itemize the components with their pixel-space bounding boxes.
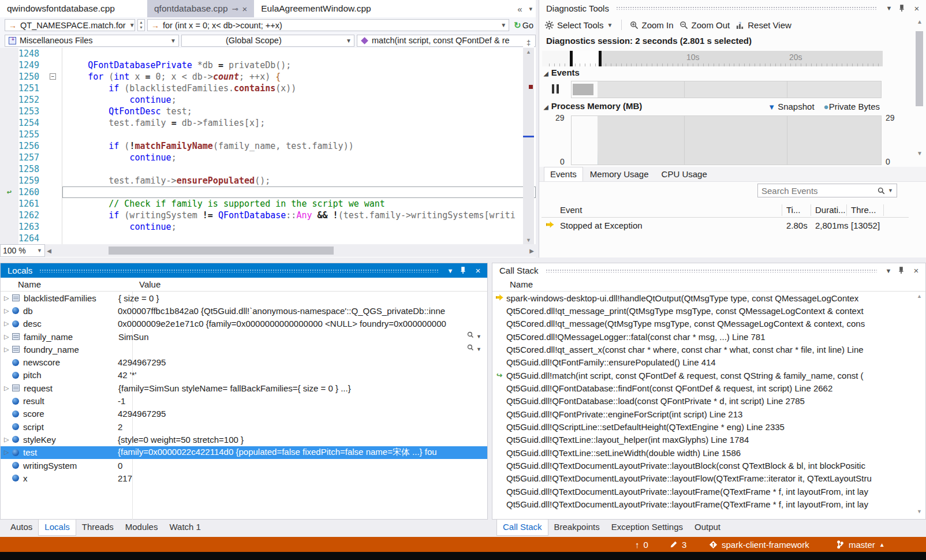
callstack-frame[interactable]: Qt5Guid.dll!QtFontFamily::ensurePopulate… [492,356,925,369]
locals-row[interactable]: score4294967295 [1,408,487,420]
pending-changes[interactable]: 3 [670,540,686,550]
code-line[interactable]: 1253 QtFontDesc test; [0,106,536,117]
pin-icon[interactable]: ⊸ [232,5,238,13]
collapse-box-icon[interactable]: − [50,73,56,80]
close-icon[interactable]: × [912,266,921,275]
window-menu-icon[interactable]: ▼ [446,267,455,274]
fold-gutter[interactable] [47,117,62,129]
breakpoint-margin[interactable] [0,129,18,140]
go-button[interactable]: ↻ Go [511,20,536,31]
scope-combo[interactable]: (Global Scope) ▼ [181,35,354,47]
code-line[interactable]: ↩1260 [0,186,536,198]
events-timeline-lane[interactable] [571,81,882,98]
locals-row[interactable]: ▷test{family=0x0000022c422114d0 {populat… [1,446,487,459]
code-line[interactable]: 1262 if (writingSystem != QFontDatabase:… [0,210,536,221]
breakpoint-margin[interactable] [0,83,18,94]
tab-watch-1[interactable]: Watch 1 [163,520,206,535]
scroll-up-icon[interactable]: ▲ [915,18,924,25]
breakpoint-margin[interactable] [0,140,18,152]
hscroll-thumb[interactable] [109,247,334,255]
breakpoint-margin[interactable] [0,233,18,244]
tab-list-dropdown-icon[interactable]: ▾ [529,5,532,13]
code-line[interactable]: 1258 [0,163,536,175]
tab-output[interactable]: Output [689,520,726,535]
callstack-frame[interactable]: Qt5Guid.dll!QTextDocumentLayoutPrivate::… [492,485,925,498]
locals-row[interactable]: ▷desc0x0000009e2e1e71c0 {family=0x000000… [1,318,487,330]
locals-titlebar[interactable]: Locals ▼ × [1,263,487,278]
tab-exception-settings[interactable]: Exception Settings [606,520,689,535]
fold-gutter[interactable]: − [47,71,62,83]
method-combo[interactable]: match(int script, const QFontDef & re ▼ [357,35,536,47]
search-icon[interactable] [878,187,885,195]
locals-row[interactable]: ▷request{family=SimSun styleName= fallBa… [1,382,487,394]
tab-autos[interactable]: Autos [5,520,38,535]
fold-gutter[interactable] [47,163,62,175]
expander-icon[interactable]: ▷ [4,294,12,302]
fold-gutter[interactable] [47,198,62,210]
splitter-grip-icon[interactable]: ‡ [523,38,534,47]
callstack-frame[interactable]: Qt5Guid.dll!QScriptLine::setDefaultHeigh… [492,420,925,433]
select-tools-button[interactable]: Select Tools ▼ [545,20,613,30]
breakpoint-margin[interactable] [0,175,18,186]
timeline-ruler[interactable]: 10s20s [542,51,883,66]
expander-icon[interactable]: ▷ [4,449,12,456]
expander-icon[interactable]: ▷ [4,320,12,327]
breakpoint-margin[interactable] [0,117,18,129]
code-line[interactable]: 1248 [0,48,536,59]
locals-row[interactable]: ▷foundry_name ▼ [1,343,487,356]
callstack-frame[interactable]: Qt5Guid.dll!QTextDocumentLayoutPrivate::… [492,498,925,511]
scope-path-combo[interactable]: → QT_NAMESPACE.match.for ▼ [5,19,135,31]
document-tab[interactable]: EulaAgreementWindow.cpp [254,0,378,17]
zoom-in-button[interactable]: Zoom In [630,20,674,30]
push-count[interactable]: ↑ 0 [635,540,648,550]
tab-events[interactable]: Events [544,167,583,181]
code-line[interactable]: 1257 continue; [0,152,536,163]
callstack-titlebar[interactable]: Call Stack ▼ × [492,263,925,278]
scroll-left-icon[interactable]: ◀ [45,248,53,254]
close-icon[interactable]: × [912,3,921,13]
callstack-frame[interactable]: Qt5Guid.dll!QFontDatabase::load(const QF… [492,395,925,408]
tab-threads[interactable]: Threads [76,520,120,535]
chevron-down-icon[interactable]: ▼ [888,188,893,193]
locals-row[interactable]: newscore4294967295 [1,356,487,368]
fold-gutter[interactable] [47,186,62,198]
locals-row[interactable]: result-1 [1,394,487,407]
window-menu-icon[interactable]: ▼ [884,5,894,12]
callstack-frame[interactable]: Qt5Guid.dll!QFontPrivate::engineForScrip… [492,408,925,420]
current-statement-arrow-icon[interactable]: ↩ [0,186,18,198]
callstack-frame[interactable]: Qt5Cored.dll!qt_message_print(QtMsgType … [492,304,925,317]
pin-icon[interactable] [898,5,908,12]
memory-section-header[interactable]: ◢Process Memory (MB) [544,101,642,111]
tab-call-stack[interactable]: Call Stack [496,520,548,536]
callstack-frame[interactable]: Qt5Guid.dll!QTextDocumentLayoutPrivate::… [492,459,925,472]
project-combo[interactable]: Miscellaneous Files ▼ [5,35,179,47]
breakpoint-margin[interactable] [0,163,18,175]
breakpoint-margin[interactable] [0,210,18,221]
zoom-out-button[interactable]: Zoom Out [679,20,730,30]
tab-breakpoints[interactable]: Breakpoints [548,520,606,535]
event-row[interactable]: Stopped at Exception 2.80s 2,801ms [1305… [542,219,909,233]
events-section-header[interactable]: ◢Events [544,68,580,77]
reset-view-button[interactable]: ? Reset View [735,20,791,30]
locals-row[interactable]: pitch42 '*' [1,369,487,382]
fold-gutter[interactable] [47,59,62,71]
branch-indicator[interactable]: master ▲ [836,540,885,550]
pin-icon[interactable] [460,267,469,274]
document-tab[interactable]: qwindowsfontdatabase.cpp [0,0,122,17]
code-line[interactable]: 1251 if (blacklistedFamilies.contains(x)… [0,83,536,94]
scrollbar-thumb[interactable] [916,31,923,106]
tab-memory-usage[interactable]: Memory Usage [584,167,655,181]
breakpoint-margin[interactable] [0,48,18,59]
events-table-header[interactable]: Event Ti... Durati... Thre... [542,203,909,218]
code-line[interactable]: 1250− for (int x = 0; x < db->count; ++x… [0,71,536,83]
scroll-down-icon[interactable]: ▼ [915,150,924,156]
callstack-frame[interactable]: Qt5Cored.dll!qt_message(QtMsgType msgTyp… [492,318,925,330]
code-line[interactable]: 1249 QFontDatabasePrivate *db = privateD… [0,59,536,71]
code-line[interactable]: 1259 test.family->ensurePopulated(); [0,175,536,186]
tab-overflow-icon[interactable]: « [517,4,522,14]
fold-gutter[interactable] [47,221,62,233]
window-menu-icon[interactable]: ▼ [884,267,893,274]
callstack-frame[interactable]: Qt5Cored.dll!QMessageLogger::fatal(const… [492,330,925,343]
pin-icon[interactable] [898,267,907,274]
diagnostics-scrollbar[interactable]: ▲ ▼ [915,18,924,163]
